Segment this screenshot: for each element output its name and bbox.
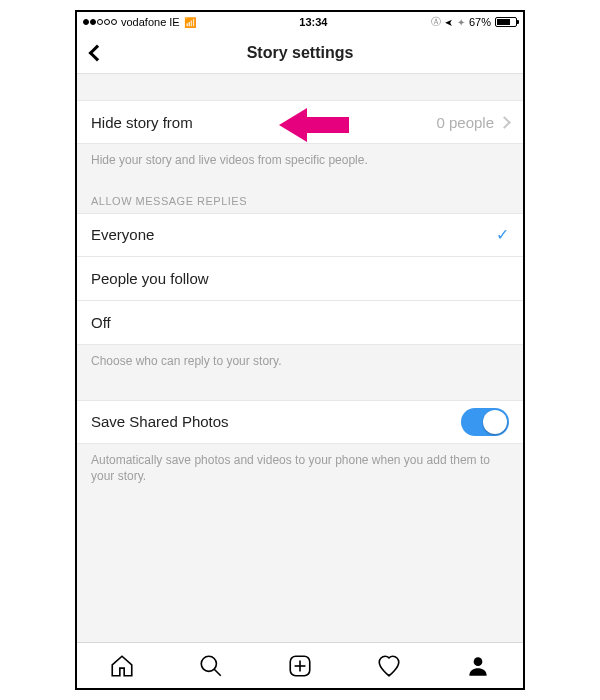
hide-story-row[interactable]: Hide story from 0 people	[77, 100, 523, 144]
svg-point-6	[474, 657, 483, 666]
hide-story-helper: Hide your story and live videos from spe…	[77, 144, 523, 181]
tab-add[interactable]	[287, 653, 313, 679]
replies-helper: Choose who can reply to your story.	[77, 345, 523, 382]
hide-story-label: Hide story from	[91, 114, 193, 131]
svg-point-1	[201, 656, 216, 671]
profile-icon	[465, 653, 491, 679]
reply-option-label: Everyone	[91, 226, 154, 243]
location-icon	[445, 16, 453, 28]
search-icon	[198, 653, 224, 679]
add-post-icon	[287, 653, 313, 679]
save-shared-photos-label: Save Shared Photos	[91, 413, 229, 430]
signal-strength-icon	[83, 19, 117, 25]
battery-icon	[495, 17, 517, 27]
reply-option-label: Off	[91, 314, 111, 331]
status-right: 67%	[431, 15, 517, 29]
home-icon	[109, 653, 135, 679]
status-bar: vodafone IE 13:34 67%	[77, 12, 523, 32]
top-spacer	[77, 74, 523, 100]
page-title: Story settings	[247, 44, 354, 62]
reply-option-everyone[interactable]: Everyone ✓	[77, 213, 523, 257]
save-shared-photos-row: Save Shared Photos	[77, 400, 523, 444]
reply-option-label: People you follow	[91, 270, 209, 287]
replies-section-header: ALLOW MESSAGE REPLIES	[77, 181, 523, 213]
save-shared-photos-helper: Automatically save photos and videos to …	[77, 444, 523, 498]
phone-frame: vodafone IE 13:34 67% Story settings Hid…	[75, 10, 525, 690]
save-shared-photos-toggle[interactable]	[461, 408, 509, 436]
content-scroll[interactable]: Hide story from 0 people Hide your story…	[77, 74, 523, 642]
chevron-left-icon	[89, 44, 106, 61]
tab-profile[interactable]	[465, 653, 491, 679]
carrier-label: vodafone IE	[121, 16, 180, 28]
orientation-lock-icon	[431, 15, 441, 29]
back-button[interactable]	[85, 32, 109, 73]
status-left: vodafone IE	[83, 16, 196, 28]
clock-label: 13:34	[299, 16, 327, 28]
tab-activity[interactable]	[376, 653, 402, 679]
tab-bar	[77, 642, 523, 688]
wifi-icon	[184, 16, 196, 28]
chevron-right-icon	[498, 116, 511, 129]
hide-story-value: 0 people	[436, 114, 494, 131]
bluetooth-icon	[457, 16, 465, 28]
check-icon: ✓	[496, 225, 509, 244]
mid-spacer	[77, 382, 523, 400]
svg-line-2	[214, 669, 221, 676]
nav-header: Story settings	[77, 32, 523, 74]
tab-search[interactable]	[198, 653, 224, 679]
reply-option-off[interactable]: Off	[77, 301, 523, 345]
reply-option-people-you-follow[interactable]: People you follow	[77, 257, 523, 301]
battery-percent-label: 67%	[469, 16, 491, 28]
tab-home[interactable]	[109, 653, 135, 679]
toggle-knob	[483, 410, 507, 434]
heart-icon	[376, 653, 402, 679]
